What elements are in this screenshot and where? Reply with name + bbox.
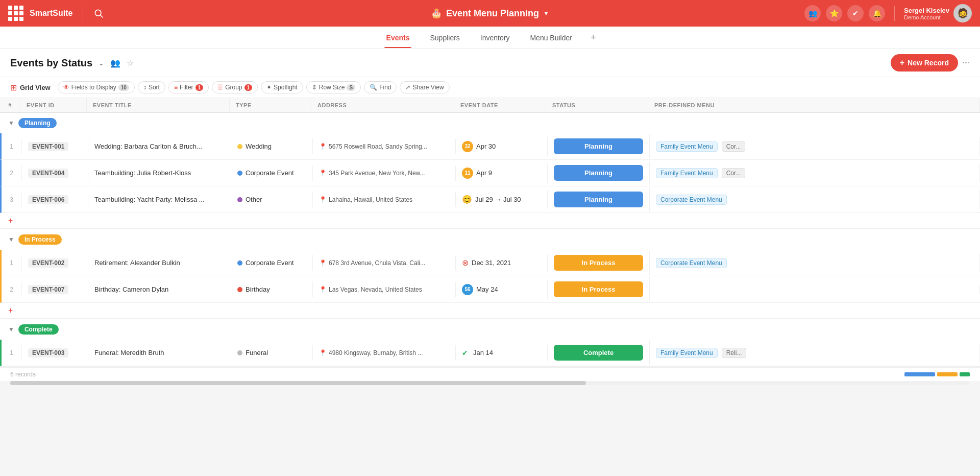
event-id-badge: EVENT-003 [28,348,68,358]
status-cell: In Process [548,251,650,275]
address-cell: 📍5675 Roswell Road, Sandy Spring... [313,139,456,154]
sort-label: Sort [149,84,160,91]
star-view-icon[interactable]: ☆ [127,58,134,68]
bell-icon[interactable]: 🔔 [869,5,885,21]
status-button[interactable]: In Process [554,255,643,271]
col-header-status: STATUS [546,98,648,112]
menu-tag: Corporate Event Menu [656,258,727,268]
event-type-cell: Funeral [231,345,313,361]
filter-icon: ≡ [174,84,178,91]
event-id-cell: EVENT-003 [22,344,88,362]
date-text: May 24 [476,285,498,293]
team-icon[interactable]: 👥 [804,5,821,21]
col-header-num: # [0,98,20,112]
menu-cell: Corporate Event Menu [650,191,980,209]
sort-button[interactable]: ↕ Sort [138,81,165,93]
type-label: Other [246,196,262,203]
star-icon[interactable]: ⭐ [826,5,842,21]
menu-tag: Family Event Menu [656,168,718,178]
avatar[interactable]: 🧔 [953,4,972,22]
event-title-cell: Teambuilding: Julia Robert-Kloss [88,165,231,181]
status-button[interactable]: Planning [554,192,643,207]
share-icon: ↗ [405,84,410,91]
add-tab-icon[interactable]: + [591,32,596,43]
search-icon[interactable] [93,8,104,18]
scrollbar-thumb[interactable] [10,381,586,385]
user-sub: Demo Account [904,14,949,20]
col-header-type: TYPE [230,98,311,112]
user-name: Sergei Kiselev [904,7,949,14]
footer-bar: 6 records [0,367,980,381]
date-cell: ✔ Jan 14 [456,345,548,361]
title-chevron-icon[interactable]: ▼ [543,10,549,17]
status-mini-bar [904,372,970,376]
type-badge: Corporate Event [237,259,294,267]
nav-right: 👥 ⭐ ✔ 🔔 Sergei Kiselev Demo Account 🧔 [731,4,972,22]
menu-tag: Reli... [722,348,747,358]
group-planning-header[interactable]: ▼ Planning [0,113,980,133]
col-header-menu: PRE-DEFINED MENU [648,98,980,112]
date-badge: 32 [462,141,473,152]
new-record-button[interactable]: + New Record [891,54,958,72]
group-chevron-inprocess-icon: ▼ [8,236,14,243]
users-icon[interactable]: 👥 [110,58,120,68]
row-size-button[interactable]: ⇕ Row Size S [306,81,361,93]
status-button[interactable]: Complete [554,345,643,361]
type-dot-icon [237,350,242,355]
row-num: 1 [2,139,22,154]
status-cell: Planning [548,161,650,185]
group-planning-badge: Planning [18,118,57,128]
col-header-event-date: EVENT DATE [454,98,546,112]
tab-events[interactable]: Events [384,28,412,48]
status-button[interactable]: Planning [554,165,643,181]
group-planning: ▼ Planning 1 EVENT-001 Wedding: Barbara … [0,113,980,229]
event-id-cell: EVENT-001 [22,138,88,155]
nav-divider [83,6,83,21]
toolbar-right: + New Record ··· [891,54,970,72]
add-inprocess-row[interactable]: + [0,303,980,318]
status-button[interactable]: In Process [554,281,643,297]
find-icon: 🔍 [370,84,377,91]
more-options-icon[interactable]: ··· [962,58,970,68]
table-row: 2 EVENT-007 Birthday: Cameron Dylan Birt… [0,276,980,303]
date-cell: ⊗ Dec 31, 2021 [456,254,548,272]
check-icon[interactable]: ✔ [847,5,864,21]
group-inprocess-header[interactable]: ▼ In Process [0,229,980,250]
group-complete: ▼ Complete 1 EVENT-003 Funeral: Meredith… [0,319,980,367]
sub-nav: Events Suppliers Inventory Menu Builder … [0,27,980,49]
spotlight-button[interactable]: ✦ Spotlight [261,81,303,93]
grid-view-icon: ⊞ [10,83,17,92]
status-button[interactable]: Planning [554,138,643,154]
user-info[interactable]: Sergei Kiselev Demo Account 🧔 [904,4,972,22]
status-cell: Planning [548,187,650,211]
filter-button[interactable]: ≡ Filter 1 [168,81,209,93]
spotlight-icon: ✦ [266,84,272,91]
status-cell: Planning [548,134,650,158]
find-button[interactable]: 🔍 Find [364,81,397,93]
tab-menu-builder[interactable]: Menu Builder [528,28,574,48]
share-view-button[interactable]: ↗ Share View [400,81,449,93]
app-grid-icon[interactable] [8,6,23,21]
type-dot-icon [237,171,242,176]
type-dot-icon [237,197,242,202]
add-planning-row[interactable]: + [0,213,980,228]
pin-icon: 📍 [319,170,327,177]
event-title-cell: Wedding: Barbara Carlton & Bruch... [88,138,231,154]
type-label: Birthday [246,285,270,293]
spotlight-label: Spotlight [274,84,298,91]
group-button[interactable]: ☰ Group 1 [212,81,258,93]
tab-inventory[interactable]: Inventory [478,28,512,48]
type-label: Funeral [246,349,268,356]
tab-suppliers[interactable]: Suppliers [428,28,461,48]
type-dot-icon [237,287,242,292]
table-row: 1 EVENT-001 Wedding: Barbara Carlton & B… [0,133,980,160]
menu-cell: Corporate Event Menu [650,254,980,272]
date-cell: 😊 Jul 29 → Jul 30 [456,191,548,208]
fields-to-display-button[interactable]: 👁 Fields to Display 10 [58,81,135,93]
group-complete-header[interactable]: ▼ Complete [0,319,980,340]
svg-point-0 [95,10,102,16]
view-label: Grid View [20,84,51,91]
svg-line-1 [101,15,103,18]
horizontal-scrollbar[interactable] [10,381,970,385]
view-chevron-icon[interactable]: ⌄ [99,59,104,67]
